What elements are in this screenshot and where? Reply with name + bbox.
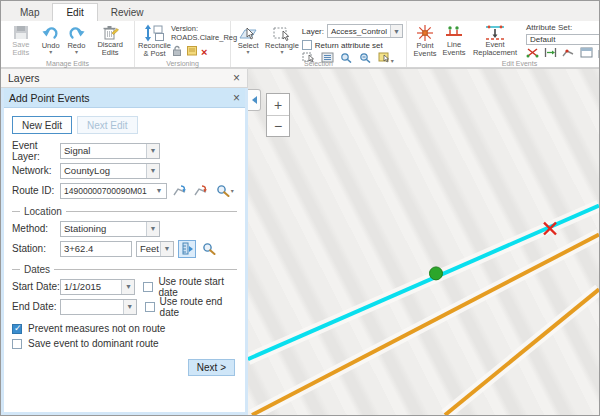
rectangle-select-icon — [272, 24, 292, 42]
map-feature-layer — [248, 69, 599, 415]
select-cursor-icon — [238, 24, 258, 42]
layer-dropdown[interactable]: Access_Control ▼ — [327, 24, 403, 38]
tab-review[interactable]: Review — [98, 4, 157, 21]
group-label-versioning: Versioning — [135, 60, 230, 67]
start-date-label: Start Date: — [12, 281, 60, 292]
rectangle-dropdown-caret[interactable]: ▾ — [280, 50, 283, 54]
save-dominant-route-label: Save event to dominant route — [28, 338, 159, 349]
pane-header: Add Point Events × — [4, 88, 245, 108]
tab-edit[interactable]: Edit — [52, 3, 97, 21]
map-view[interactable]: + − — [248, 68, 599, 415]
dates-section-heading: Dates — [24, 264, 50, 275]
station-input[interactable]: 3+62.4 — [60, 241, 132, 257]
dropdown-arrow-icon: ▼ — [146, 222, 159, 236]
map-zoom-control: + − — [266, 93, 290, 137]
prevent-measures-checkbox[interactable] — [12, 324, 22, 334]
station-picker-tool-icon[interactable] — [178, 240, 196, 258]
redo-dropdown-caret[interactable]: ▾ — [75, 50, 78, 54]
start-date-input[interactable]: 1/1/2015 ▼ — [60, 279, 135, 295]
redo-button[interactable]: Redo ▾ — [64, 22, 90, 57]
left-panel: Layers × Add Point Events × New Edit Nex… — [1, 68, 248, 415]
new-edit-button[interactable]: New Edit — [12, 116, 72, 134]
zoom-to-station-icon[interactable] — [200, 240, 218, 258]
dropdown-arrow-icon: ▼ — [390, 25, 402, 37]
split-event-icon[interactable] — [526, 47, 539, 60]
ribbon: Save Edits Undo ▾ Redo ▾ Discard Edits M… — [1, 21, 599, 68]
event-layer-dropdown[interactable]: Signal ▼ — [60, 143, 160, 159]
delete-version-icon[interactable]: × — [201, 47, 207, 57]
dropdown-arrow-icon: ▼ — [153, 184, 166, 198]
station-label: Station: — [12, 243, 60, 254]
group-selection: Select ▾ Rectangle ▾ Layer: Access_Contr… — [231, 21, 407, 67]
add-point-events-pane: Add Point Events × New Edit Next Edit Ev… — [1, 88, 248, 415]
layers-panel-header: Layers × — [1, 68, 248, 88]
version-label: Version: — [171, 24, 237, 33]
zoom-route-dropdown-caret[interactable]: ▾ — [231, 189, 234, 193]
event-layer-label: Event Layer: — [12, 140, 60, 162]
units-dropdown[interactable]: Feet ▼ — [136, 241, 174, 257]
version-name: ROADS.Claire_Reg — [171, 33, 237, 42]
network-dropdown[interactable]: CountyLog ▼ — [60, 163, 160, 179]
use-route-end-date-checkbox[interactable] — [145, 302, 155, 312]
line-events-button[interactable]: Line Events — [440, 22, 468, 57]
remove-route-icon[interactable] — [192, 182, 209, 200]
dropdown-arrow-icon: ▼ — [121, 280, 134, 294]
dropdown-arrow-icon: ▼ — [160, 242, 173, 256]
zoom-to-route-icon[interactable]: ▾ — [212, 182, 237, 200]
collapse-pane-button[interactable] — [248, 89, 261, 111]
tab-map[interactable]: Map — [7, 4, 52, 21]
offset-event-icon[interactable] — [544, 47, 557, 60]
group-label-edit-events: Edit Events — [407, 60, 600, 67]
select-button[interactable]: Select ▾ — [234, 22, 262, 57]
group-manage-edits: Save Edits Undo ▾ Redo ▾ Discard Edits M… — [1, 21, 135, 67]
return-attribute-set-checkbox[interactable] — [302, 40, 312, 50]
event-point[interactable] — [430, 267, 443, 280]
attribute-set-label: Attribute Set: — [526, 23, 600, 32]
event-replacement-button[interactable]: Event Replacement — [468, 22, 522, 57]
route-id-combobox[interactable]: 14900000700090M01 ▼ — [60, 183, 167, 199]
pane-title: Add Point Events — [9, 92, 90, 104]
save-dominant-route-checkbox[interactable] — [12, 339, 22, 349]
select-route-on-map-icon[interactable] — [171, 182, 188, 200]
zoom-in-button[interactable]: + — [267, 94, 289, 115]
zoom-out-button[interactable]: − — [267, 115, 289, 136]
route-id-label: Route ID: — [12, 185, 60, 196]
snap-event-icon[interactable] — [562, 47, 575, 60]
point-events-button[interactable]: Point Events — [410, 22, 440, 57]
reconcile-post-button[interactable]: Reconcile & Post — [138, 22, 171, 57]
end-date-input[interactable]: ▼ — [60, 299, 137, 315]
save-icon — [13, 24, 29, 41]
attribute-window-icon[interactable] — [580, 47, 593, 60]
reconcile-icon — [144, 24, 164, 42]
post-version-icon[interactable] — [186, 45, 198, 58]
rectangle-select-button[interactable]: Rectangle ▾ — [262, 22, 302, 57]
close-icon[interactable]: × — [233, 72, 240, 84]
ribbon-tab-strip: Map Edit Review — [1, 1, 599, 21]
group-label-selection: Selection — [231, 60, 406, 67]
attribute-set-dropdown[interactable]: Default ▼ — [526, 34, 600, 45]
next-edit-button[interactable]: Next Edit — [77, 116, 138, 134]
location-section-heading: Location — [24, 206, 62, 217]
layer-label: Layer: — [302, 27, 324, 36]
use-route-start-date-label: Use route start date — [158, 276, 237, 298]
next-button[interactable]: Next > — [188, 359, 235, 376]
unlock-version-icon[interactable] — [171, 45, 183, 58]
event-replacement-icon — [483, 24, 507, 41]
select-dropdown-caret[interactable]: ▾ — [247, 50, 250, 54]
network-label: Network: — [12, 165, 60, 176]
dropdown-arrow-icon: ▼ — [123, 300, 136, 314]
undo-dropdown-caret[interactable]: ▾ — [49, 50, 52, 54]
close-icon[interactable]: × — [233, 92, 240, 104]
prevent-measures-label: Prevent measures not on route — [28, 323, 165, 334]
undo-icon — [42, 24, 60, 42]
group-edit-events: Point Events Line Events Event Replaceme… — [407, 21, 600, 67]
undo-button[interactable]: Undo ▾ — [38, 22, 64, 57]
discard-edits-button[interactable]: Discard Edits — [89, 22, 131, 57]
trash-icon — [101, 24, 119, 41]
layers-panel-title: Layers — [8, 72, 40, 84]
method-dropdown[interactable]: Stationing ▼ — [60, 221, 160, 237]
save-edits-button[interactable]: Save Edits — [4, 22, 38, 57]
use-route-start-date-checkbox[interactable] — [143, 282, 153, 292]
dropdown-arrow-icon: ▼ — [146, 144, 159, 158]
dropdown-arrow-icon: ▼ — [146, 164, 159, 178]
